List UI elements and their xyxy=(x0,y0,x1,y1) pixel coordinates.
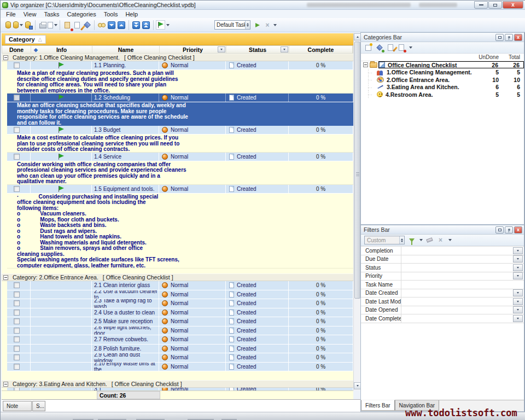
filter-field-value[interactable] xyxy=(401,306,513,314)
move-up-icon[interactable] xyxy=(116,20,126,30)
task-row[interactable]: 1.2 SchedulingNormalCreated0 % xyxy=(7,94,353,102)
new-database-icon[interactable] xyxy=(3,20,13,30)
notification-flag-icon[interactable] xyxy=(156,20,170,30)
done-checkbox[interactable] xyxy=(14,95,20,101)
panel-close-icon[interactable]: x xyxy=(514,34,522,41)
column-filter-dropdown-icon[interactable] xyxy=(281,46,288,52)
view-icon[interactable] xyxy=(97,20,107,30)
task-view-combo[interactable]: Default Task V xyxy=(214,20,250,30)
filter-dropdown-icon[interactable] xyxy=(513,315,523,322)
menu-view[interactable]: View xyxy=(20,11,40,18)
combo-spinner[interactable] xyxy=(399,236,404,244)
column-header-done[interactable]: Done xyxy=(2,46,31,53)
done-checkbox[interactable] xyxy=(14,328,20,334)
category-tree-item[interactable]: 1.Office Cleaning Management.55 xyxy=(361,69,524,77)
group-by-category-chip[interactable]: Category △ xyxy=(5,35,46,44)
save-database-icon[interactable] xyxy=(23,20,33,30)
task-row[interactable]: 2.3 Take a wiping rag to washNormalCreat… xyxy=(7,299,353,308)
task-row[interactable]: 1.4 ServiceNormalCreated0 % xyxy=(7,153,353,161)
minimize-button[interactable] xyxy=(474,1,488,9)
collapse-icon[interactable] xyxy=(363,62,368,67)
move-bottom-icon[interactable] xyxy=(131,20,141,30)
open-database-icon[interactable] xyxy=(13,20,23,30)
panel-pin-icon[interactable] xyxy=(505,226,513,234)
done-checkbox[interactable] xyxy=(14,364,20,370)
delete-task-icon[interactable] xyxy=(82,20,92,30)
column-header-name[interactable]: Name xyxy=(92,46,160,53)
done-checkbox[interactable] xyxy=(14,186,20,192)
print-icon[interactable] xyxy=(38,20,48,30)
edit-category-icon[interactable] xyxy=(386,44,394,51)
apply-filter-icon[interactable] xyxy=(407,236,416,244)
task-row[interactable]: 2.4 Use a duster to cleanNormalCreated0 … xyxy=(7,308,353,318)
combo-spinner[interactable] xyxy=(245,21,250,29)
category-tree-item[interactable]: 4.Restroom Area.55 xyxy=(361,91,524,98)
column-total[interactable]: Total xyxy=(503,54,524,60)
category-tree-item[interactable]: 2.Office Entrance Area.1010 xyxy=(361,76,524,84)
filter-field-value[interactable] xyxy=(401,264,513,272)
maximize-button[interactable] xyxy=(488,1,502,9)
menu-tasks[interactable]: Tasks xyxy=(40,11,63,18)
task-row[interactable]: 2.7 Remove cobwebs.NormalCreated0 % xyxy=(7,335,353,345)
panel-restore-icon[interactable] xyxy=(495,226,504,234)
categories-toolbar-overflow-icon[interactable] xyxy=(409,46,412,49)
task-row[interactable]: 2.6 Wipe light switches, doorNormalCreat… xyxy=(7,326,353,336)
edit-task-icon[interactable] xyxy=(72,20,82,30)
filter-apply-dropdown-icon[interactable] xyxy=(419,239,423,241)
task-row[interactable]: 2.5 Make sure receptionNormalCreated0 % xyxy=(7,317,353,326)
done-checkbox[interactable] xyxy=(14,354,20,360)
close-button[interactable]: x xyxy=(503,1,523,9)
filter-dropdown-icon[interactable] xyxy=(513,298,523,305)
done-checkbox[interactable] xyxy=(14,127,20,133)
remove-filter-icon[interactable]: × xyxy=(436,236,445,244)
grid-vertical-scrollbar[interactable] xyxy=(353,33,360,390)
filter-field-value[interactable] xyxy=(401,272,513,281)
done-checkbox[interactable] xyxy=(14,310,20,316)
column-filter-dropdown-icon[interactable] xyxy=(218,46,225,52)
filters-toolbar-overflow-icon[interactable] xyxy=(448,239,452,241)
tab-note[interactable]: Note xyxy=(3,401,32,411)
apply-view-icon[interactable] xyxy=(253,20,262,30)
category-tree-item[interactable]: Office Cleaning Checklist2626 xyxy=(361,61,524,69)
task-row[interactable]: 2.8 Polish furniture.NormalCreated0 % xyxy=(7,345,353,354)
panel-pin-icon[interactable] xyxy=(505,34,513,41)
task-row[interactable]: 2.10 Empty waste bins at theNormalCreate… xyxy=(7,363,353,372)
filter-preset-combo[interactable]: Custom xyxy=(364,236,405,244)
menu-file[interactable]: File xyxy=(2,11,20,18)
done-checkbox[interactable] xyxy=(14,154,20,160)
move-down-icon[interactable] xyxy=(107,20,116,30)
task-row[interactable]: 1.5 Equipment and tools.NormalCreated0 % xyxy=(7,185,353,194)
filter-dropdown-icon[interactable] xyxy=(513,289,523,296)
scrollbar-thumb[interactable] xyxy=(354,42,360,299)
tab-filters-bar[interactable]: Filters Bar xyxy=(361,400,395,411)
task-row[interactable]: 2.9 Clean and dust windowNormalCreated0 … xyxy=(7,353,353,363)
filter-field-value[interactable] xyxy=(401,281,524,289)
task-row[interactable]: 2.2 Use a vacuum cleaner toNormalCreated… xyxy=(7,290,353,300)
clear-view-icon[interactable]: × xyxy=(262,20,272,30)
filters-bar-titlebar[interactable]: Filters Bar x xyxy=(361,225,524,235)
categories-bar-titlebar[interactable]: Categories Bar x xyxy=(361,33,524,42)
toolbar-overflow-icon[interactable] xyxy=(273,24,277,26)
print-preview-icon[interactable] xyxy=(48,20,57,30)
panel-restore-icon[interactable] xyxy=(495,34,504,41)
done-checkbox[interactable] xyxy=(14,300,20,306)
task-row[interactable]: 1.1 Planning.NormalCreated0 % xyxy=(7,61,353,70)
task-row[interactable]: 1.3 BudgetNormalCreated0 % xyxy=(7,126,353,135)
filter-dropdown-icon[interactable] xyxy=(513,255,523,262)
column-header-status[interactable]: Status xyxy=(226,46,289,53)
move-top-icon[interactable] xyxy=(141,20,151,30)
filter-field-value[interactable] xyxy=(401,298,513,306)
tab-s[interactable]: S... xyxy=(32,401,45,411)
filter-field-value[interactable] xyxy=(401,289,513,298)
collapse-icon[interactable] xyxy=(3,55,8,60)
collapse-icon[interactable] xyxy=(3,275,8,280)
title-bar[interactable]: Vip organizer [C:\Users\dmitry\Documents… xyxy=(1,1,525,10)
category-tree-item[interactable]: 3.Eating Area and Kitchen.66 xyxy=(361,84,524,91)
category-group-header[interactable]: Category: 2.Office Entrance Area.[ Offic… xyxy=(2,273,353,281)
clear-filter-icon[interactable] xyxy=(425,236,434,244)
done-checkbox[interactable] xyxy=(14,282,20,288)
filter-dropdown-icon[interactable] xyxy=(513,264,523,271)
menu-tools[interactable]: Tools xyxy=(100,11,122,18)
filter-dropdown-icon[interactable] xyxy=(513,247,523,254)
done-checkbox[interactable] xyxy=(14,62,20,68)
